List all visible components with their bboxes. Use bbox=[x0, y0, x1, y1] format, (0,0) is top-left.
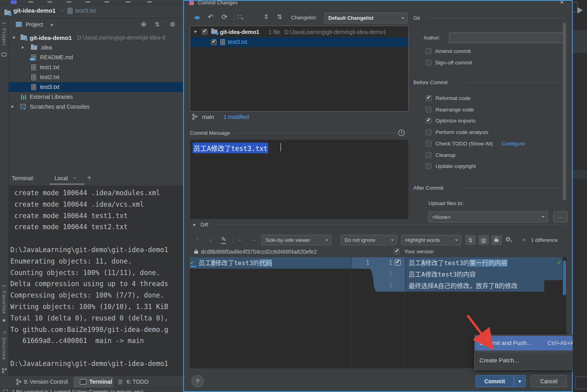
history-clock-icon[interactable] bbox=[398, 129, 405, 136]
next-difference-icon[interactable]: → bbox=[250, 236, 257, 243]
close-icon[interactable]: ✕ bbox=[560, 1, 564, 5]
commit-message-editor[interactable]: 员工A修改了test3.txt bbox=[190, 139, 409, 219]
optimize-imports-label: Optimize imports bbox=[436, 118, 475, 124]
tree-row-external-libraries[interactable]: External Libraries bbox=[9, 92, 183, 102]
browse-button[interactable]: ... bbox=[553, 211, 568, 222]
file-icon bbox=[68, 8, 72, 14]
configure-link[interactable]: Configure bbox=[502, 141, 525, 147]
locate-icon[interactable]: ⊕ bbox=[141, 21, 146, 28]
tab-todo[interactable]: 6: TODO bbox=[127, 379, 149, 385]
prev-difference-icon[interactable]: ← bbox=[237, 236, 243, 243]
expand-chevrons[interactable]: » bbox=[522, 236, 525, 243]
tree-item-label: test2.txt bbox=[40, 74, 59, 80]
terminal-console[interactable]: create mode 100644 .idea/modules.xml cre… bbox=[10, 187, 183, 375]
ignore-mode-combo[interactable]: Do not ignore bbox=[341, 235, 397, 245]
upload-target-combo[interactable]: <None> bbox=[428, 211, 548, 222]
change-include-checkbox[interactable] bbox=[395, 260, 401, 266]
breadcrumb-file[interactable]: test3.txt bbox=[75, 7, 96, 14]
options-scrollbar[interactable] bbox=[563, 23, 566, 200]
root-checkbox[interactable] bbox=[202, 29, 208, 35]
tree-row-test2[interactable]: test2.txt bbox=[9, 72, 183, 82]
commit-dropdown-button[interactable] bbox=[514, 375, 526, 387]
stripe-favorites-tab[interactable]: 2: Favorites bbox=[1, 285, 7, 314]
tree-row-root[interactable]: git-idea-demo1 D:\JavaLearning\git-demo\… bbox=[9, 33, 183, 43]
code-analysis-checkbox[interactable] bbox=[426, 129, 432, 135]
stripe-structure-tab[interactable]: 7: Structure bbox=[1, 331, 7, 360]
tree-item-label: External Libraries bbox=[30, 94, 73, 100]
file-checkbox[interactable] bbox=[211, 39, 217, 45]
amend-commit-checkbox[interactable] bbox=[426, 48, 432, 54]
help-button[interactable]: ? bbox=[191, 375, 204, 387]
refresh-icon[interactable]: ⟳ bbox=[222, 14, 227, 20]
diff-scrollbar-thumb[interactable] bbox=[563, 260, 566, 295]
update-copyright-checkbox[interactable] bbox=[426, 163, 432, 169]
commit-icon[interactable] bbox=[193, 14, 201, 21]
diff-settings-gear-icon[interactable]: ⚙▾ bbox=[505, 236, 512, 245]
next-change-icon[interactable]: ↓ bbox=[209, 236, 212, 243]
terminal-tab-local[interactable]: Local bbox=[55, 175, 68, 181]
optimize-imports-checkbox[interactable] bbox=[426, 118, 432, 124]
commit-options-popup: Commit and Push... Ctrl+Alt+K Create Pat… bbox=[474, 335, 578, 370]
rearrange-code-checkbox[interactable] bbox=[426, 107, 432, 113]
section-rule bbox=[232, 133, 398, 133]
viewer-mode-combo[interactable]: Side-by-side viewer bbox=[261, 235, 331, 245]
scratches-clock-badge bbox=[23, 107, 26, 110]
changelist-combo[interactable]: Default Changelist bbox=[324, 13, 407, 23]
annotate-pencil-icon[interactable]: ✎ bbox=[221, 236, 226, 244]
stripe-project-tab[interactable]: 1: Project bbox=[1, 22, 7, 46]
lock-scroll-button[interactable] bbox=[491, 235, 502, 245]
tab-version-control[interactable]: 9: Version Control bbox=[24, 379, 68, 385]
cleanup-checkbox[interactable] bbox=[426, 152, 432, 158]
tree-row-test1[interactable]: test1.txt bbox=[9, 62, 183, 72]
sync-scroll-icon[interactable]: ▥ bbox=[478, 235, 489, 245]
diff-left-pane[interactable]: ✔ 员工B修改了test3的代码 bbox=[190, 257, 352, 368]
section-rule bbox=[425, 18, 564, 18]
status-text[interactable]: 1 file updated in 1 commit // View Commi… bbox=[12, 389, 144, 392]
diff-gutter: 1 1 2 3 bbox=[352, 257, 405, 368]
background-ide-sliver bbox=[573, 0, 587, 392]
commit-tree-file-row[interactable]: test3.txt bbox=[190, 37, 408, 47]
gear-icon[interactable]: ⚙ bbox=[170, 21, 175, 28]
dialog-titlebar[interactable]: Commit Changes ✕ bbox=[184, 1, 572, 6]
popup-item-create-patch[interactable]: Create Patch... bbox=[475, 353, 578, 368]
check-todo-checkbox[interactable] bbox=[426, 141, 432, 147]
expand-all-icon[interactable]: ⇕ bbox=[263, 14, 269, 20]
background-band bbox=[573, 30, 587, 53]
ignore-mode-value: Do not ignore bbox=[345, 237, 375, 243]
highlight-mode-combo[interactable]: Highlight words bbox=[401, 235, 461, 245]
collapse-all-icon[interactable]: ⇅ bbox=[155, 21, 160, 28]
project-panel-title[interactable]: Project bbox=[26, 21, 43, 28]
tree-row-test3-selected[interactable]: test3.txt bbox=[9, 82, 183, 92]
cancel-button[interactable]: Cancel bbox=[531, 375, 567, 387]
author-field[interactable] bbox=[449, 32, 564, 43]
new-terminal-icon[interactable]: + bbox=[87, 173, 91, 182]
popup-item-commit-and-push[interactable]: Commit and Push... Ctrl+Alt+K bbox=[475, 336, 578, 351]
structure-tool-icon bbox=[2, 368, 4, 370]
play-icon[interactable] bbox=[578, 7, 583, 13]
diff-collapse-icon[interactable] bbox=[193, 224, 196, 226]
commit-file-tree: git-idea-demo1 1 file D:\JavaLearning\gi… bbox=[190, 26, 409, 111]
tree-row-readme[interactable]: MD README.md bbox=[9, 53, 183, 62]
commit-and-push-label: Commit and Push... bbox=[479, 339, 532, 346]
tab-close-icon[interactable]: × bbox=[73, 175, 76, 181]
reformat-code-checkbox[interactable] bbox=[426, 95, 432, 101]
breadcrumb-project[interactable]: git-idea-demo1 bbox=[13, 7, 56, 14]
previous-change-icon[interactable]: ↑ bbox=[196, 236, 199, 243]
diff-title: Diff bbox=[201, 222, 208, 228]
group-by-icon[interactable]: ∷▾ bbox=[238, 14, 243, 22]
terminal-line: D:\JavaLearning\git-demo\git-idea-demo1 bbox=[10, 244, 183, 256]
tree-row-scratches[interactable]: Scratches and Consoles bbox=[9, 102, 183, 112]
tree-item-label: test1.txt bbox=[40, 64, 59, 70]
your-version-checkbox[interactable] bbox=[394, 249, 400, 254]
tree-row-idea[interactable]: .idea bbox=[9, 43, 183, 53]
collapse-unchanged-icon[interactable]: ⇅ bbox=[465, 235, 476, 245]
diff-right-text2: 员工A修改test3的内容 bbox=[409, 269, 476, 280]
right-line-number: 3 bbox=[384, 280, 392, 292]
tab-terminal-label[interactable]: Terminal bbox=[89, 379, 112, 385]
commit-button[interactable]: Commit bbox=[475, 375, 514, 387]
rollback-icon[interactable]: ↶ bbox=[208, 14, 214, 20]
modified-link[interactable]: 1 modified bbox=[223, 114, 249, 120]
commit-tree-root-row[interactable]: git-idea-demo1 1 file D:\JavaLearning\gi… bbox=[190, 27, 408, 37]
collapse-all-icon[interactable]: ⇅ bbox=[277, 14, 282, 20]
signoff-commit-checkbox[interactable] bbox=[426, 60, 432, 66]
